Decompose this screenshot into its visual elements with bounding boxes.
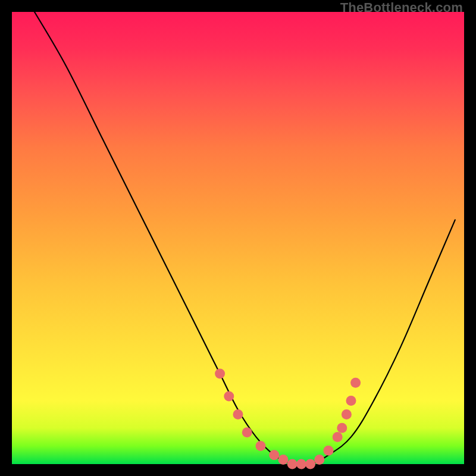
chart-frame <box>12 12 464 464</box>
curve-marker <box>350 378 361 388</box>
chart-svg <box>12 12 464 464</box>
marker-group <box>215 369 361 469</box>
curve-marker <box>342 409 352 419</box>
curve-marker <box>287 459 298 469</box>
watermark-text: TheBottleneck.com <box>340 0 463 15</box>
curve-marker <box>346 396 356 406</box>
curve-marker <box>337 423 347 433</box>
curve-marker <box>333 432 343 442</box>
curve-marker <box>224 392 234 402</box>
bottleneck-curve <box>35 12 455 465</box>
curve-marker <box>314 455 324 465</box>
curve-marker <box>215 369 225 379</box>
curve-marker <box>242 427 252 437</box>
curve-marker <box>269 450 279 460</box>
curve-marker <box>233 409 243 419</box>
chart-plot-area <box>12 12 464 464</box>
curve-marker <box>305 459 315 469</box>
curve-marker <box>278 455 289 465</box>
curve-marker <box>324 446 334 456</box>
curve-marker <box>296 459 306 469</box>
curve-marker <box>256 441 266 451</box>
